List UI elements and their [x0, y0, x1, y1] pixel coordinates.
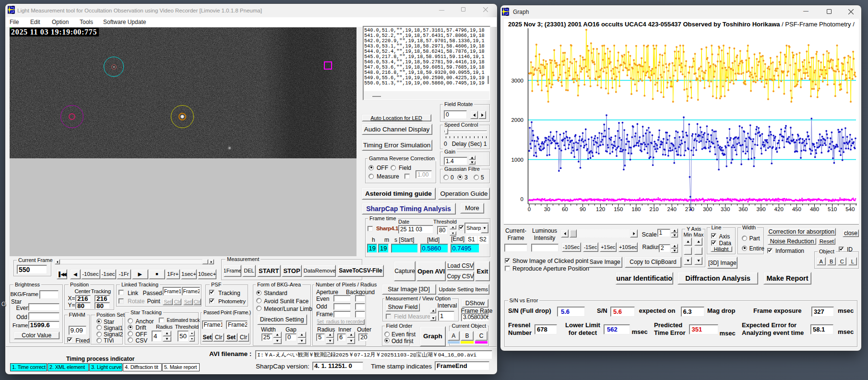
svg-text:240: 240	[667, 206, 677, 212]
svg-text:210: 210	[650, 206, 659, 212]
svg-text:360: 360	[738, 206, 748, 212]
svg-text:3000: 3000	[511, 78, 523, 83]
svg-text:90: 90	[580, 206, 586, 212]
svg-text:300: 300	[703, 206, 712, 212]
svg-text:0: 0	[528, 206, 531, 212]
svg-text:30: 30	[544, 206, 550, 212]
svg-text:0: 0	[521, 196, 523, 202]
svg-text:270: 270	[685, 206, 694, 212]
svg-text:150: 150	[614, 206, 623, 212]
svg-text:2025 Nov 3; (23301) 2001 AO16: 2025 Nov 3; (23301) 2001 AO16 occults UC…	[508, 21, 855, 28]
svg-text:540: 540	[845, 206, 855, 212]
svg-text:480: 480	[810, 206, 819, 212]
svg-text:420: 420	[774, 206, 784, 212]
svg-text:390: 390	[756, 206, 765, 212]
svg-text:450: 450	[792, 206, 801, 212]
svg-text:60: 60	[562, 206, 568, 212]
svg-text:120: 120	[596, 206, 605, 212]
svg-text:1000: 1000	[511, 157, 523, 163]
svg-text:330: 330	[721, 206, 730, 212]
svg-text:180: 180	[631, 206, 641, 212]
svg-text:2000: 2000	[511, 117, 523, 123]
svg-text:510: 510	[828, 206, 837, 212]
